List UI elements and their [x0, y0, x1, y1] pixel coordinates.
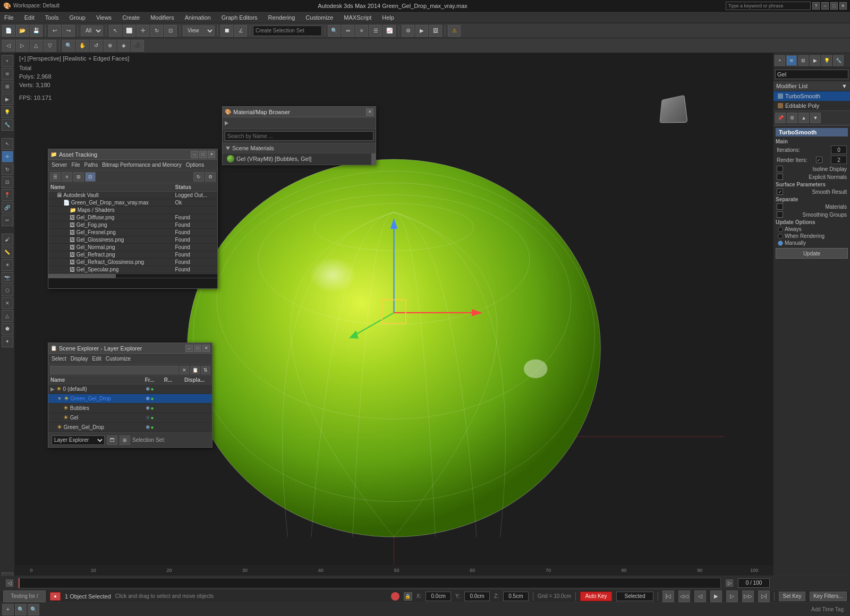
tool-utilities[interactable]: 🔧: [2, 119, 13, 131]
at-close[interactable]: ✕: [208, 151, 215, 158]
tb-named-sel[interactable]: 🔍: [328, 25, 341, 37]
at-tb-list1[interactable]: ☰: [50, 172, 61, 182]
tool-move[interactable]: ✛: [2, 151, 13, 162]
menu-tools[interactable]: Tools: [43, 13, 61, 22]
tb-redo[interactable]: ↪: [62, 25, 75, 37]
tool-helpers[interactable]: ✕: [2, 297, 13, 309]
bc-zoom-out[interactable]: 🔍: [28, 604, 39, 615]
table-row[interactable]: 🖼 Gel_Normal.png Found: [48, 244, 217, 251]
mat-section-header[interactable]: Scene Materials: [223, 143, 376, 153]
menu-rendering[interactable]: Rendering: [266, 13, 298, 22]
at-restore[interactable]: □: [199, 151, 207, 158]
at-menu-server[interactable]: Server: [52, 162, 67, 168]
close-btn[interactable]: ✕: [839, 2, 847, 10]
tool-hierarchy[interactable]: ⊞: [2, 81, 13, 92]
tool-modify[interactable]: ≋: [2, 68, 13, 80]
tl-back[interactable]: ◁: [6, 579, 13, 587]
tool-scale[interactable]: ⊡: [2, 176, 13, 188]
x-coord-input[interactable]: [426, 592, 451, 601]
le-minimize[interactable]: –: [185, 345, 193, 352]
le-menu-customize[interactable]: Customize: [106, 356, 131, 362]
testing-panel[interactable]: Testing for /: [3, 591, 46, 602]
at-tb-list2[interactable]: ≡: [62, 172, 72, 182]
ts-always-radio[interactable]: [778, 227, 783, 232]
key-indicator[interactable]: ●: [50, 592, 61, 601]
r-icon-motion[interactable]: ▶: [810, 55, 820, 66]
at-scrollbar[interactable]: [48, 273, 217, 278]
tb-render-setup[interactable]: ⚙: [402, 25, 414, 37]
maximize-btn[interactable]: □: [830, 2, 838, 10]
mod-configure[interactable]: ⚙: [787, 113, 797, 123]
tb-scale[interactable]: ⊡: [164, 25, 177, 37]
r-icon-display[interactable]: 💡: [821, 55, 832, 66]
key-filters-btn[interactable]: Key Filters...: [810, 592, 847, 601]
ts-when-rendering-radio[interactable]: [778, 234, 783, 239]
tool-shapes[interactable]: △: [2, 310, 13, 322]
tb-save[interactable]: 💾: [30, 25, 42, 37]
mat-item-gel[interactable]: Gel (VRayMtl) [Bubbles, Gel]: [223, 153, 371, 165]
tb2-field[interactable]: ⊕: [104, 40, 116, 52]
tb-selection-filter[interactable]: All: [81, 25, 103, 36]
table-row[interactable]: ☀ Green_Gel_Drop ❄●: [48, 423, 212, 432]
tb-undo[interactable]: ↩: [48, 25, 61, 37]
at-menu-paths[interactable]: Paths: [84, 162, 98, 168]
tb2-fwd[interactable]: ▷: [16, 40, 29, 52]
pb-first[interactable]: |◁: [662, 591, 674, 602]
ts-explicit-checkbox[interactable]: [777, 174, 783, 180]
le-tb-search[interactable]: [50, 366, 178, 374]
asset-tracking-titlebar[interactable]: 📁 Asset Tracking – □ ✕: [48, 149, 217, 160]
minimize-btn[interactable]: –: [821, 2, 829, 10]
tb-warn[interactable]: ⚠: [448, 25, 461, 37]
ts-render-iters-input[interactable]: [831, 156, 847, 164]
le-tb-copy[interactable]: 📋: [190, 366, 200, 374]
le-icon-btn2[interactable]: ⊞: [120, 435, 130, 445]
at-minimize[interactable]: –: [191, 151, 198, 158]
tool-display[interactable]: 💡: [2, 106, 13, 118]
mod-pin[interactable]: 📌: [775, 113, 786, 123]
timeline[interactable]: ◁ ▷ 0 / 100: [0, 576, 850, 589]
le-titlebar[interactable]: 📋 Scene Explorer - Layer Explorer – □ ✕: [48, 343, 212, 354]
mat-search-input[interactable]: [225, 131, 373, 141]
tool-geometry[interactable]: ⬟: [2, 323, 13, 335]
menu-group[interactable]: Group: [67, 13, 88, 22]
ts-smoothing-groups-checkbox[interactable]: [777, 211, 783, 218]
tb2-pan[interactable]: ✋: [76, 40, 89, 52]
tool-select[interactable]: ↖: [2, 138, 13, 150]
tb2-maxview[interactable]: ⬛: [131, 40, 144, 52]
table-row[interactable]: 🖼 Gel_Refract.png Found: [48, 251, 217, 259]
le-tb-x[interactable]: ✕: [180, 366, 189, 374]
le-scroll-area[interactable]: Name Fr... R... Displa... ▶ ☀ 0 (default…: [48, 376, 212, 432]
table-row[interactable]: 📄 Green_Gel_Drop_max_vray.max Ok: [48, 199, 217, 207]
tool-bone[interactable]: ⬡: [2, 285, 13, 296]
tool-measure[interactable]: 📏: [2, 246, 13, 258]
tool-camera[interactable]: 📷: [2, 272, 13, 284]
ts-isoline-checkbox[interactable]: [777, 166, 783, 172]
y-coord-input[interactable]: [464, 592, 490, 601]
table-row[interactable]: 🖼 Gel_Refract_Glossiness.png Found: [48, 259, 217, 266]
tool-link[interactable]: 🔗: [2, 202, 13, 213]
tb-render-frame[interactable]: 🖼: [429, 25, 442, 37]
at-tb-list4[interactable]: ⊟: [85, 172, 96, 182]
tb2-back[interactable]: ◁: [2, 40, 15, 52]
table-row[interactable]: 🏛 Autodesk Vault Logged Out...: [48, 192, 217, 199]
table-row[interactable]: ☀ Gel ❄●: [48, 413, 212, 423]
tb-open[interactable]: 📂: [16, 25, 29, 37]
tb2-fov[interactable]: ◈: [117, 40, 130, 52]
bc-add-viewport[interactable]: +: [2, 604, 14, 615]
tb-view-select[interactable]: View: [183, 25, 215, 36]
menu-animation[interactable]: Animation: [183, 13, 213, 22]
pb-last[interactable]: ▷|: [758, 591, 770, 602]
tool-create[interactable]: +: [2, 55, 13, 67]
r-icon-utils[interactable]: 🔧: [833, 55, 844, 66]
tool-place[interactable]: 📍: [2, 189, 13, 201]
le-menu-edit[interactable]: Edit: [92, 356, 101, 362]
tl-fwd[interactable]: ▷: [726, 579, 733, 587]
r-icon-hierarchy[interactable]: ⊞: [798, 55, 809, 66]
menu-maxscript[interactable]: MAXScript: [342, 13, 373, 22]
tb-layer[interactable]: ☰: [369, 25, 382, 37]
ts-iterations-input[interactable]: [831, 146, 847, 154]
le-menu-select[interactable]: Select: [52, 356, 66, 362]
le-restore[interactable]: □: [194, 345, 201, 352]
pb-play[interactable]: ▶: [710, 591, 722, 602]
tool-light[interactable]: ☀: [2, 259, 13, 271]
